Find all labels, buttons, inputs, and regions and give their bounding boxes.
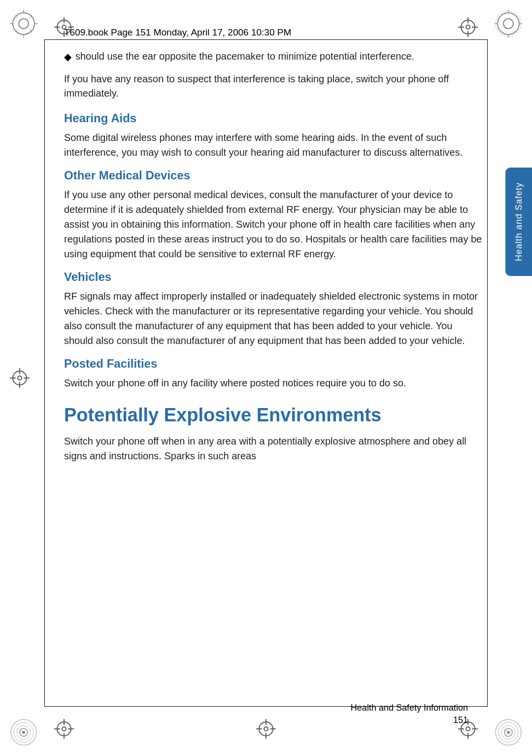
footer-line2: 151 (453, 715, 468, 725)
svg-point-10 (498, 13, 519, 34)
svg-point-40 (62, 727, 66, 731)
intro-paragraph: If you have any reason to suspect that i… (64, 72, 483, 101)
side-tab-label: Health and Safety (514, 182, 524, 261)
corner-marker-bl (9, 718, 38, 747)
body-posted-facilities: Switch your phone off in any facility wh… (64, 376, 483, 390)
svg-point-58 (18, 376, 22, 380)
heading-potentially-explosive: Potentially Explosive Environments (64, 404, 483, 427)
intro-bullet-text: should use the ear opposite the pacemake… (75, 49, 414, 64)
svg-point-26 (507, 731, 510, 734)
heading-vehicles: Vehicles (64, 270, 483, 284)
header-text: T609.book Page 151 Monday, April 17, 200… (64, 27, 291, 38)
heading-hearing-aids: Hearing Aids (64, 111, 483, 125)
body-potentially-explosive: Switch your phone off when in any area w… (64, 434, 483, 463)
svg-point-21 (22, 731, 25, 734)
svg-point-1 (19, 19, 29, 29)
body-other-medical-devices: If you use any other personal medical de… (64, 187, 483, 261)
svg-point-34 (466, 25, 470, 29)
corner-marker-br (494, 718, 523, 747)
svg-point-46 (264, 727, 268, 731)
edge-marker-bottom-center (256, 719, 276, 739)
header-rule (44, 39, 488, 40)
corner-marker-tl (9, 9, 38, 38)
main-content: ◆ should use the ear opposite the pacema… (64, 49, 483, 702)
edge-marker-bottom-left (54, 719, 74, 739)
edge-marker-left-center (10, 368, 30, 388)
heading-posted-facilities: Posted Facilities (64, 357, 483, 371)
footer-text: Health and Safety Information 151 (351, 702, 468, 726)
body-hearing-aids: Some digital wireless phones may interfe… (64, 130, 483, 160)
corner-marker-tr (494, 9, 523, 38)
svg-point-11 (503, 19, 513, 29)
svg-point-52 (466, 727, 470, 731)
page: T609.book Page 151 Monday, April 17, 200… (0, 0, 532, 756)
edge-marker-top-right (458, 17, 478, 37)
right-edge-line (487, 39, 488, 707)
left-edge-line (44, 39, 45, 707)
svg-point-16 (496, 11, 521, 36)
side-tab: Health and Safety (505, 168, 532, 276)
heading-other-medical-devices: Other Medical Devices (64, 169, 483, 182)
footer-line1: Health and Safety Information (351, 703, 468, 713)
body-vehicles: RF signals may affect improperly install… (64, 289, 483, 348)
intro-bullet: ◆ should use the ear opposite the pacema… (64, 49, 483, 64)
bullet-diamond-icon: ◆ (64, 50, 71, 64)
